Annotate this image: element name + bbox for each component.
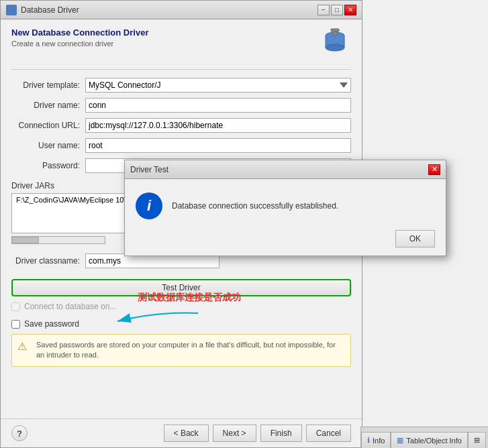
warning-box: ⚠ Saved passwords are stored on your com… — [11, 334, 351, 367]
title-bar-left: ME Database Driver — [6, 5, 79, 15]
horizontal-scrollbar[interactable] — [11, 236, 105, 244]
save-password-row: Save password — [11, 319, 351, 329]
tab-extra-icon: ⊞ — [474, 436, 480, 445]
header-section: New Database Connection Driver Create a … — [11, 27, 351, 60]
next-button[interactable]: Next > — [213, 425, 256, 442]
connection-url-input[interactable] — [85, 118, 351, 133]
popup-body: i Database connection successfully estab… — [125, 179, 446, 230]
header-subtitle: Create a new connection driver — [11, 40, 148, 48]
info-tab-icon: ℹ — [367, 436, 370, 445]
minimize-button[interactable]: − — [318, 5, 330, 15]
finish-button[interactable]: Finish — [260, 425, 302, 442]
password-label: Password: — [11, 161, 85, 170]
popup-ok-button[interactable]: OK — [395, 230, 435, 247]
connection-url-row: Connection URL: — [11, 118, 351, 133]
bottom-bar: ? < Back Next > Finish Cancel — [1, 418, 362, 447]
tab-table-object-info-label: Table/Object Info — [406, 437, 462, 445]
popup-close-button[interactable]: ✕ — [428, 164, 440, 175]
tab-info-label: Info — [373, 437, 385, 445]
cancel-button[interactable]: Cancel — [306, 425, 351, 442]
username-label: User name: — [11, 141, 85, 150]
nav-buttons: < Back Next > Finish Cancel — [164, 425, 351, 442]
scrollbar-thumb — [12, 237, 39, 243]
table-tab-icon: ▦ — [397, 436, 403, 445]
driver-template-label: Driver template: — [11, 80, 85, 90]
database-icon — [319, 27, 351, 60]
warning-text: Saved passwords are stored on your compu… — [36, 340, 345, 361]
driver-name-input[interactable] — [85, 98, 351, 113]
connect-db-row: Connect to database on... — [11, 302, 351, 311]
username-row: User name: — [11, 138, 351, 153]
svg-point-2 — [326, 44, 344, 51]
tabs-area: ℹ Info ▦ Table/Object Info ⊞ — [360, 427, 488, 448]
header-icon — [319, 27, 351, 60]
save-password-checkbox[interactable] — [11, 320, 20, 329]
header-title: New Database Connection Driver — [11, 27, 148, 38]
help-button[interactable]: ? — [11, 425, 28, 441]
popup-ok-area: OK — [125, 230, 446, 256]
connection-url-label: Connection URL: — [11, 121, 85, 130]
title-bar-controls: − □ ✕ — [318, 5, 356, 15]
back-button[interactable]: < Back — [164, 425, 209, 442]
popup-title: Driver Test — [130, 165, 168, 174]
connect-db-label: Connect to database on... — [24, 302, 116, 311]
popup-message: Database connection successfully establi… — [172, 201, 435, 211]
driver-test-popup: Driver Test ✕ i Database connection succ… — [124, 160, 446, 256]
driver-template-select[interactable]: MySQL Connector/J — [85, 78, 351, 93]
tab-table-object-info[interactable]: ▦ Table/Object Info — [391, 432, 468, 448]
tab-info[interactable]: ℹ Info — [361, 432, 391, 448]
title-bar: ME Database Driver − □ ✕ — [1, 1, 362, 19]
save-password-label: Save password — [24, 319, 79, 329]
driver-classname-label: Driver classname: — [11, 256, 85, 266]
app-icon: ME — [6, 5, 17, 15]
username-input[interactable] — [85, 138, 351, 153]
main-close-button[interactable]: ✕ — [344, 5, 356, 15]
driver-name-row: Driver name: — [11, 98, 351, 113]
popup-title-bar: Driver Test ✕ — [125, 160, 446, 179]
driver-template-row: Driver template: MySQL Connector/J — [11, 78, 351, 93]
restore-button[interactable]: □ — [331, 5, 343, 15]
connect-db-checkbox[interactable] — [11, 302, 20, 311]
svg-rect-6 — [331, 29, 339, 32]
window-title: Database Driver — [21, 5, 79, 15]
warning-icon: ⚠ — [17, 340, 31, 353]
driver-name-label: Driver name: — [11, 101, 85, 110]
tab-extra[interactable]: ⊞ — [468, 432, 486, 448]
test-driver-button[interactable]: Test Driver — [11, 279, 351, 296]
info-icon: i — [136, 192, 162, 219]
header-text: New Database Connection Driver Create a … — [11, 27, 148, 48]
